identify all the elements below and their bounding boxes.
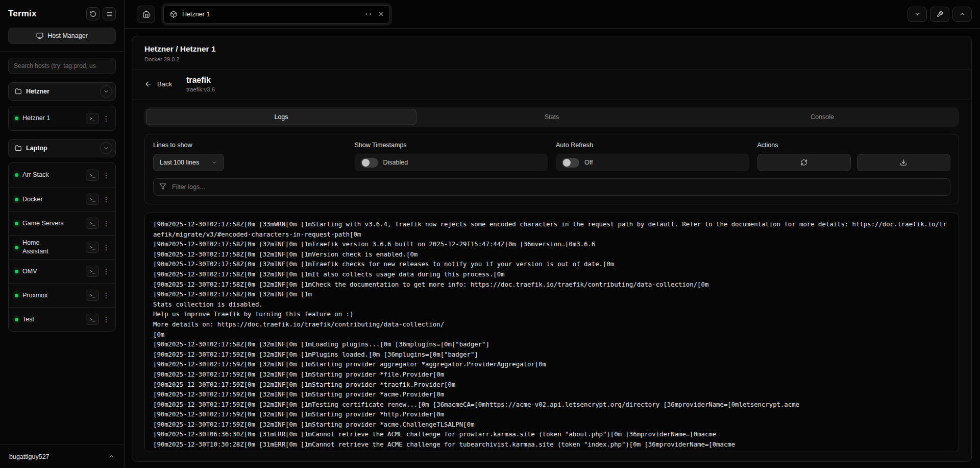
tab-stats[interactable]: Stats xyxy=(416,109,687,125)
show-timestamps-group: Show Timestamps Disabled xyxy=(355,142,548,171)
kebab-menu-button[interactable]: ⋮ xyxy=(101,290,111,301)
filter-funnel-icon xyxy=(159,183,166,190)
split-view-icon[interactable] xyxy=(365,11,372,17)
group-label: Laptop xyxy=(26,145,96,152)
search-input[interactable] xyxy=(8,58,116,74)
kebab-icon: ⋮ xyxy=(103,114,110,123)
host-row-docker[interactable]: Docker >_ ⋮ xyxy=(9,187,115,211)
hamburger-icon xyxy=(106,11,113,17)
home-icon xyxy=(142,10,150,18)
terminal-button[interactable]: >_ xyxy=(86,290,99,301)
kebab-menu-button[interactable]: ⋮ xyxy=(101,113,111,124)
tab-console[interactable]: Console xyxy=(687,109,958,125)
expand-button[interactable] xyxy=(952,7,972,22)
refresh-logs-button[interactable] xyxy=(757,154,851,171)
status-dot xyxy=(15,222,18,225)
tools-button[interactable] xyxy=(930,7,949,22)
kebab-icon: ⋮ xyxy=(103,315,110,323)
status-dot xyxy=(15,318,18,321)
kebab-menu-button[interactable]: ⋮ xyxy=(101,170,111,181)
home-button[interactable] xyxy=(137,6,155,23)
close-icon[interactable] xyxy=(378,11,384,17)
tab-hetzner-1[interactable]: Hetzner 1 xyxy=(163,5,390,24)
log-line: [0m xyxy=(153,330,950,340)
wrench-icon xyxy=(937,11,943,17)
log-line: [90m2025-12-30T02:17:58Z[0m [32mINF[0m [… xyxy=(153,240,950,250)
kebab-menu-button[interactable]: ⋮ xyxy=(101,266,111,277)
terminal-button[interactable]: >_ xyxy=(86,218,99,229)
host-name: OMV xyxy=(22,267,37,276)
kebab-menu-button[interactable]: ⋮ xyxy=(101,314,111,325)
log-line: [90m2025-12-30T02:17:58Z[0m [32mINF[0m [… xyxy=(153,260,950,270)
runtime-version: Docker 29.0.2 xyxy=(144,56,959,62)
main-area: Hetzner 1 xyxy=(125,0,980,468)
kebab-menu-button[interactable]: ⋮ xyxy=(101,194,111,205)
log-line: [90m2025-12-30T06:36:30Z[0m [31mERR[0m [… xyxy=(153,430,950,440)
refresh-icon xyxy=(800,159,807,166)
lines-to-show-label: Lines to show xyxy=(153,142,347,149)
terminal-button[interactable]: >_ xyxy=(86,170,99,181)
host-row-hetzner-1[interactable]: Hetzner 1 >_ ⋮ xyxy=(9,106,115,130)
collapse-button[interactable] xyxy=(908,7,927,22)
group-header-laptop[interactable]: Laptop xyxy=(8,139,116,157)
host-row-arr-stack[interactable]: Arr Stack >_ ⋮ xyxy=(9,163,115,187)
tab-logs[interactable]: Logs xyxy=(146,109,416,125)
toggle-switch-off[interactable] xyxy=(361,158,378,168)
kebab-menu-button[interactable]: ⋮ xyxy=(101,242,111,253)
log-line: [90m2025-12-30T02:17:58Z[0m [32mINF[0m [… xyxy=(153,280,950,290)
reload-button[interactable] xyxy=(86,7,100,20)
host-row-home-assistant[interactable]: Home Assistant >_ ⋮ xyxy=(9,235,115,259)
log-line: [90m2025-12-30T02:17:58Z[0m [32mINF[0m [… xyxy=(153,270,950,280)
container-icon xyxy=(170,11,177,18)
log-output[interactable]: [90m2025-12-30T02:17:58Z[0m [33mWRN[0m [… xyxy=(144,213,959,452)
host-manager-icon xyxy=(36,32,43,39)
log-line: [90m2025-12-30T02:17:59Z[0m [32mINF[0m [… xyxy=(153,390,950,400)
log-line: [90m2025-12-30T02:17:58Z[0m [32mINF[0m [… xyxy=(153,290,950,300)
log-line: More details on: https://doc.traefik.io/… xyxy=(153,320,950,330)
chevron-down-icon[interactable] xyxy=(100,85,112,98)
show-timestamps-toggle[interactable]: Disabled xyxy=(355,154,548,171)
terminal-button[interactable]: >_ xyxy=(86,266,99,277)
host-manager-label: Host Manager xyxy=(47,32,88,39)
download-logs-button[interactable] xyxy=(857,154,950,171)
kebab-menu-button[interactable]: ⋮ xyxy=(101,218,111,229)
terminal-button[interactable]: >_ xyxy=(86,242,99,253)
terminal-button[interactable]: >_ xyxy=(86,113,99,124)
group-label: Hetzner xyxy=(26,88,96,95)
terminal-button[interactable]: >_ xyxy=(86,314,99,325)
group-header-hetzner[interactable]: Hetzner xyxy=(8,82,116,101)
lines-to-show-dropdown[interactable]: Last 100 lines xyxy=(153,154,224,171)
folder-icon xyxy=(15,88,22,95)
terminal-button[interactable]: >_ xyxy=(86,194,99,205)
host-row-proxmox[interactable]: Proxmox >_ ⋮ xyxy=(9,283,115,307)
host-list-laptop: Arr Stack >_ ⋮ Docker >_ ⋮ Game Servers … xyxy=(8,162,116,332)
toggle-switch-off[interactable] xyxy=(562,158,579,168)
chevron-down-icon xyxy=(914,11,921,17)
log-line: Stats collection is disabled. xyxy=(153,300,950,310)
auto-refresh-toggle[interactable]: Off xyxy=(556,154,749,171)
host-row-test[interactable]: Test >_ ⋮ xyxy=(9,307,115,331)
log-line: [90m2025-12-30T10:30:28Z[0m [31mERR[0m [… xyxy=(153,440,950,450)
back-button[interactable]: Back xyxy=(144,80,172,88)
filter-logs-input[interactable] xyxy=(153,178,950,196)
show-timestamps-label: Show Timestamps xyxy=(355,142,548,149)
log-controls-card: Lines to show Last 100 lines Show Timest… xyxy=(144,134,959,204)
log-line: [90m2025-12-30T02:17:59Z[0m [32mINF[0m [… xyxy=(153,370,950,380)
host-manager-button[interactable]: Host Manager xyxy=(8,28,116,44)
chevron-down-icon[interactable] xyxy=(100,142,112,154)
panel-header: Hetzner / Hetzner 1 Docker 29.0.2 xyxy=(132,36,971,69)
menu-button[interactable] xyxy=(103,7,116,20)
terminal-icon: >_ xyxy=(90,221,95,226)
kebab-icon: ⋮ xyxy=(103,219,110,227)
kebab-icon: ⋮ xyxy=(103,267,110,275)
host-row-game-servers[interactable]: Game Servers >_ ⋮ xyxy=(9,211,115,235)
log-line: [90m2025-12-30T02:17:59Z[0m [32mINF[0m [… xyxy=(153,360,950,370)
app-root: Termix Host Manager Hetzner xyxy=(0,0,980,468)
user-menu[interactable]: bugattiguy527 xyxy=(0,444,124,468)
kebab-icon: ⋮ xyxy=(103,171,110,179)
host-row-omv[interactable]: OMV >_ ⋮ xyxy=(9,259,115,283)
log-line: [90m2025-12-30T02:17:59Z[0m [32mINF[0m [… xyxy=(153,400,950,410)
status-dot xyxy=(15,270,18,273)
kebab-icon: ⋮ xyxy=(103,243,110,251)
container-name: traefik xyxy=(186,76,215,85)
